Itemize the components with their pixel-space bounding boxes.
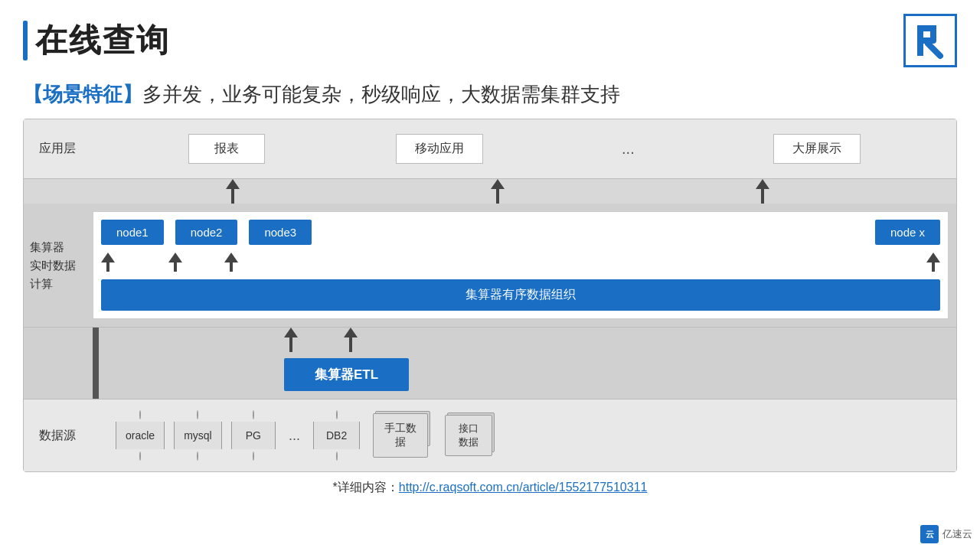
arrow-3 [756,179,769,204]
vertical-pipe [93,328,99,399]
arrows-to-app [24,179,956,204]
compute-layer-label: 集算器 实时数据计算 [24,204,93,327]
app-item-bigscreen: 大屏展示 [773,134,861,164]
etl-box-row: 集算器ETL [24,352,956,399]
inner-arrow-4 [926,253,940,272]
subtitle-bracket: 【场景特征】 [23,83,142,106]
node-row: node1 node2 node3 node x [101,220,940,245]
arrow-2 [491,179,505,204]
manual-data: 手工数据 [373,413,428,458]
svg-rect-3 [930,25,936,44]
title-accent [23,21,28,60]
yisu-icon: 云 [920,525,939,543]
data-layer: 数据源 oracle mysql PG ... [24,399,956,471]
db-oracle: oracle [116,410,165,461]
inner-arrow-1 [101,253,115,272]
etl-section: 集算器ETL [24,328,956,399]
data-layer-label: 数据源 [39,428,108,444]
data-dots: ... [285,428,304,444]
etl-arrows-top [24,328,956,352]
inner-arrow-2 [168,253,182,272]
architecture-diagram: 应用层 报表 移动应用 ... 大屏展示 集算器 [23,119,957,472]
compute-content: node1 node2 node3 node x [93,211,949,319]
app-layer: 应用层 报表 移动应用 ... 大屏展示 [24,119,956,179]
inner-arrows [101,253,940,272]
aggregator-bar: 集算器有序数据组织 [101,279,940,311]
db-mysql: mysql [174,410,222,461]
arrow-1 [226,179,240,204]
etl-box: 集算器ETL [284,358,409,391]
db-pg: PG [231,410,276,461]
etl-arrow-1 [284,328,298,352]
app-dots: ... [614,140,642,158]
data-boxes: oracle mysql PG ... DB2 [108,410,941,461]
app-boxes: 报表 移动应用 ... 大屏展示 [108,134,941,164]
db-db2: DB2 [313,410,360,461]
app-item-mobile: 移动应用 [396,134,483,164]
footer-prefix: *详细内容： [333,481,399,494]
footer: *详细内容：http://c.raqsoft.com.cn/article/15… [23,480,957,496]
logo-icon [911,21,949,60]
node3: node3 [249,220,312,245]
nodex: node x [875,220,940,245]
subtitle: 【场景特征】多并发，业务可能复杂，秒级响应，大数据需集群支持 [0,75,980,119]
interface-data: 接口数据 [445,415,492,456]
node2: node2 [175,220,238,245]
header: 在线查询 [0,0,980,75]
yisu-watermark: 云 亿速云 [920,525,972,543]
svg-line-4 [928,44,940,56]
app-layer-label: 应用层 [39,141,108,157]
logo [903,14,957,67]
etl-arrow-2 [344,328,358,352]
footer-link[interactable]: http://c.raqsoft.com.cn/article/15521775… [399,481,648,494]
subtitle-text: 多并发，业务可能复杂，秒级响应，大数据需集群支持 [142,83,620,106]
compute-layer: 集算器 实时数据计算 node1 node2 node3 node x [24,204,956,328]
app-item-baobiao: 报表 [188,134,265,164]
page-title: 在线查询 [35,19,170,62]
title-bar: 在线查询 [23,19,170,62]
yisu-text: 亿速云 [942,527,972,541]
node1: node1 [101,220,164,245]
inner-arrow-3 [224,253,238,272]
